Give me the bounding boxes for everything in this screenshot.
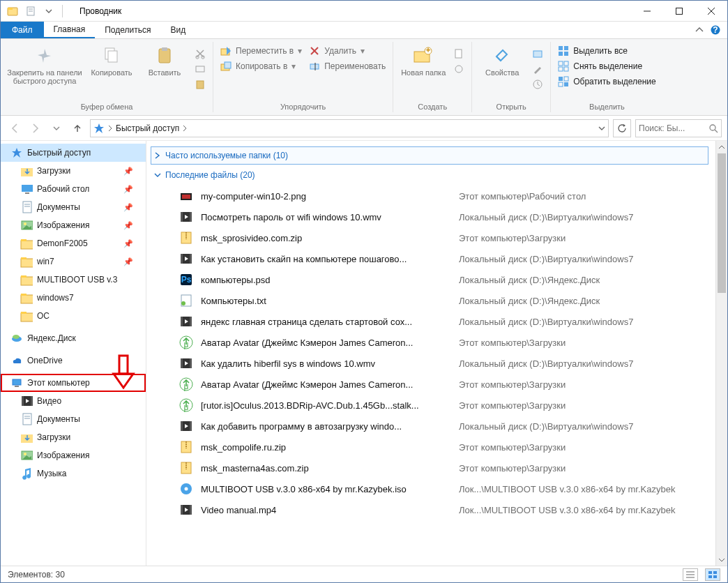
edit-button[interactable]	[531, 63, 545, 75]
file-row[interactable]: μАватар Avatar (Джеймс Кэмерон James Cam…	[151, 374, 708, 395]
ribbon-collapse-icon[interactable]	[695, 26, 704, 34]
pin-icon: 📌	[123, 221, 133, 230]
torrent-file-icon: μ	[179, 377, 194, 392]
delete-button[interactable]: Удалить ▾	[308, 45, 387, 57]
svg-text:μ: μ	[184, 402, 189, 412]
file-row[interactable]: яндекс главная страница сделать стартово…	[151, 311, 708, 332]
help-icon[interactable]: ?	[711, 25, 720, 35]
file-row[interactable]: Video manual.mp4Лок...\MULTIBOOT USB v.3…	[151, 499, 708, 520]
folder-icon	[20, 237, 33, 250]
tab-file[interactable]: Файл	[1, 22, 44, 38]
file-row[interactable]: msk_compolife.ru.zipЭтот компьютер\Загру…	[151, 437, 708, 457]
scroll-up-button[interactable]	[716, 141, 727, 153]
file-row[interactable]: msk_masterna4as.com.zipЭтот компьютер\За…	[151, 457, 708, 478]
nav-forward-button[interactable]	[27, 120, 44, 137]
svg-point-55	[24, 222, 26, 225]
file-row[interactable]: MULTIBOOT USB v.3.0 x86-x64 by mr.Kazybe…	[151, 478, 708, 499]
minimize-button[interactable]	[631, 1, 663, 22]
view-icons-button[interactable]	[705, 568, 720, 581]
nav-recent-button[interactable]	[48, 120, 65, 137]
sidebar-item[interactable]: Документы📌	[1, 198, 146, 216]
downloads-icon	[20, 165, 33, 177]
sidebar-yandex-disk[interactable]: Яндекс.Диск	[1, 329, 146, 347]
copy-path-button[interactable]	[193, 63, 207, 75]
search-input[interactable]	[639, 123, 708, 133]
vertical-scrollbar[interactable]	[715, 141, 727, 566]
file-row[interactable]: my-computer-win10-2.pngЭтот компьютер\Ра…	[151, 186, 708, 206]
view-details-button[interactable]	[683, 568, 698, 581]
pin-icon: 📌	[123, 185, 133, 194]
sidebar-item[interactable]: Рабочий стол📌	[1, 180, 146, 198]
file-row[interactable]: Как удалить hiberfil sys в windows 10.wm…	[151, 353, 708, 374]
file-name: Как удалить hiberfil sys в windows 10.wm…	[201, 358, 452, 369]
invert-selection-button[interactable]: Обратить выделение	[556, 75, 658, 88]
nav-up-button[interactable]	[69, 120, 86, 137]
qat-properties-icon[interactable]	[23, 3, 38, 19]
sidebar-item[interactable]: MULTIBOOT USB v.3	[1, 271, 146, 289]
sidebar-item[interactable]: ОС	[1, 307, 146, 325]
address-dropdown-icon[interactable]	[598, 125, 605, 132]
pin-to-quick-access-button[interactable]: Закрепить на панели быстрого доступа	[6, 45, 83, 85]
paste-button[interactable]: Вставить	[140, 45, 189, 77]
sidebar-item[interactable]: Видео	[1, 392, 146, 410]
new-folder-button[interactable]: ✦ Новая папка	[399, 45, 448, 77]
sidebar-item[interactable]: Документы	[1, 410, 146, 428]
file-row[interactable]: Psкомпьютеры.psdЛокальный диск (D:)\Янде…	[151, 269, 708, 290]
close-button[interactable]	[695, 1, 727, 22]
select-all-button[interactable]: Выделить все	[556, 45, 658, 57]
file-name: Как установить скайп на компьютере пошаг…	[201, 254, 452, 264]
open-button[interactable]	[531, 47, 545, 60]
sidebar-item[interactable]: Изображения📌	[1, 216, 146, 234]
sidebar-item[interactable]: DemonF2005📌	[1, 234, 146, 252]
file-row[interactable]: μАватар Avatar (Джеймс Кэмерон James Cam…	[151, 332, 708, 353]
move-to-button[interactable]: Переместить в ▾	[219, 45, 303, 57]
copy-to-button[interactable]: Копировать в ▾	[219, 60, 303, 73]
qat-dropdown-icon[interactable]	[41, 3, 56, 19]
sidebar-item[interactable]: win7📌	[1, 252, 146, 271]
new-item-button[interactable]	[452, 47, 466, 60]
properties-button[interactable]: Свойства	[478, 45, 526, 77]
sidebar-item-label: Документы	[37, 202, 80, 212]
tab-share[interactable]: Поделиться	[95, 22, 160, 38]
easy-access-button[interactable]	[452, 63, 466, 75]
copy-button[interactable]: Копировать	[87, 45, 136, 77]
pictures-icon	[20, 449, 33, 462]
file-row[interactable]: Посмотреть пароль от wifi windows 10.wmv…	[151, 206, 708, 227]
file-path: Лок...\MULTIBOOT USB v.3.0 x86-x64 by mr…	[459, 505, 708, 515]
group-frequent-folders[interactable]: Часто используемые папки (10)	[151, 146, 708, 165]
file-path: Этот компьютер\Загрузки	[459, 379, 708, 390]
svg-point-46	[710, 125, 715, 130]
sidebar-item[interactable]: Загрузки📌	[1, 162, 146, 180]
sidebar-item[interactable]: Изображения	[1, 446, 146, 464]
svg-rect-57	[21, 239, 26, 241]
search-box[interactable]	[635, 119, 722, 137]
file-row[interactable]: Как установить скайп на компьютере пошаг…	[151, 248, 708, 269]
breadcrumb[interactable]: Быстрый доступ	[116, 123, 179, 133]
svg-rect-121	[708, 571, 712, 574]
paste-shortcut-button[interactable]	[193, 78, 207, 91]
tab-home[interactable]: Главная	[44, 22, 96, 38]
tab-view[interactable]: Вид	[160, 22, 195, 38]
rename-button[interactable]: Переименовать	[308, 60, 387, 73]
scrollbar-thumb[interactable]	[718, 153, 726, 293]
title-bar: Проводник	[1, 1, 727, 22]
sidebar-item[interactable]: Загрузки	[1, 428, 146, 446]
video-file-icon	[179, 418, 194, 434]
sidebar-item[interactable]: Музыка	[1, 464, 146, 483]
file-row[interactable]: μ[rutor.is]Oculus.2013.BDRip-AVC.Dub.1.4…	[151, 395, 708, 416]
file-name: компьютеры.psd	[201, 275, 452, 285]
maximize-button[interactable]	[663, 1, 695, 22]
file-row[interactable]: Компьютеры.txtЛокальный диск (D:)\Яндекс…	[151, 290, 708, 311]
file-row[interactable]: Как добавить программу в автозагрузку wi…	[151, 416, 708, 437]
history-button[interactable]	[531, 78, 545, 91]
address-field[interactable]: Быстрый доступ	[90, 119, 609, 137]
nav-back-button[interactable]	[6, 120, 23, 137]
sidebar-item[interactable]: windows7	[1, 289, 146, 307]
sidebar-quick-access[interactable]: Быстрый доступ	[1, 144, 146, 162]
file-row[interactable]: msk_sprosivideo.com.zipЭтот компьютер\За…	[151, 227, 708, 248]
refresh-button[interactable]	[613, 119, 631, 137]
select-none-button[interactable]: Снять выделение	[556, 60, 658, 73]
cut-button[interactable]	[193, 47, 207, 60]
group-recent-files[interactable]: Последние файлы (20)	[151, 166, 708, 184]
scroll-down-button[interactable]	[716, 554, 727, 566]
